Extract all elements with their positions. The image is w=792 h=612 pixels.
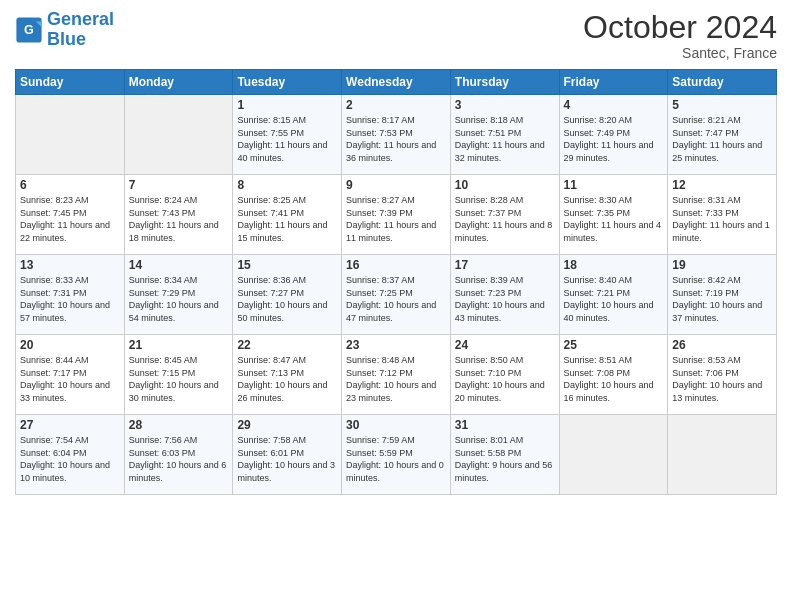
cell-detail-0-4: Sunrise: 8:18 AMSunset: 7:51 PMDaylight:…	[455, 114, 555, 164]
cell-3-0: 20Sunrise: 8:44 AMSunset: 7:17 PMDayligh…	[16, 335, 125, 415]
day-num-4-3: 30	[346, 418, 446, 432]
cell-detail-4-2: Sunrise: 7:58 AMSunset: 6:01 PMDaylight:…	[237, 434, 337, 484]
cell-0-2: 1Sunrise: 8:15 AMSunset: 7:55 PMDaylight…	[233, 95, 342, 175]
cell-3-2: 22Sunrise: 8:47 AMSunset: 7:13 PMDayligh…	[233, 335, 342, 415]
logo-line1: General	[47, 9, 114, 29]
cell-detail-2-2: Sunrise: 8:36 AMSunset: 7:27 PMDaylight:…	[237, 274, 337, 324]
cell-detail-4-0: Sunrise: 7:54 AMSunset: 6:04 PMDaylight:…	[20, 434, 120, 484]
cell-detail-2-0: Sunrise: 8:33 AMSunset: 7:31 PMDaylight:…	[20, 274, 120, 324]
cell-2-4: 17Sunrise: 8:39 AMSunset: 7:23 PMDayligh…	[450, 255, 559, 335]
week-row-0: 1Sunrise: 8:15 AMSunset: 7:55 PMDaylight…	[16, 95, 777, 175]
cell-3-3: 23Sunrise: 8:48 AMSunset: 7:12 PMDayligh…	[342, 335, 451, 415]
day-num-1-3: 9	[346, 178, 446, 192]
cell-detail-1-4: Sunrise: 8:28 AMSunset: 7:37 PMDaylight:…	[455, 194, 555, 244]
col-thursday: Thursday	[450, 70, 559, 95]
day-num-3-0: 20	[20, 338, 120, 352]
calendar-table: Sunday Monday Tuesday Wednesday Thursday…	[15, 69, 777, 495]
cell-0-4: 3Sunrise: 8:18 AMSunset: 7:51 PMDaylight…	[450, 95, 559, 175]
cell-detail-1-6: Sunrise: 8:31 AMSunset: 7:33 PMDaylight:…	[672, 194, 772, 244]
cell-4-1: 28Sunrise: 7:56 AMSunset: 6:03 PMDayligh…	[124, 415, 233, 495]
cell-detail-1-0: Sunrise: 8:23 AMSunset: 7:45 PMDaylight:…	[20, 194, 120, 244]
week-row-2: 13Sunrise: 8:33 AMSunset: 7:31 PMDayligh…	[16, 255, 777, 335]
cell-detail-0-3: Sunrise: 8:17 AMSunset: 7:53 PMDaylight:…	[346, 114, 446, 164]
col-saturday: Saturday	[668, 70, 777, 95]
day-num-4-0: 27	[20, 418, 120, 432]
cell-1-4: 10Sunrise: 8:28 AMSunset: 7:37 PMDayligh…	[450, 175, 559, 255]
cell-0-6: 5Sunrise: 8:21 AMSunset: 7:47 PMDaylight…	[668, 95, 777, 175]
day-num-1-5: 11	[564, 178, 664, 192]
day-num-1-4: 10	[455, 178, 555, 192]
cell-3-5: 25Sunrise: 8:51 AMSunset: 7:08 PMDayligh…	[559, 335, 668, 415]
logo-line2: Blue	[47, 29, 86, 49]
cell-3-1: 21Sunrise: 8:45 AMSunset: 7:15 PMDayligh…	[124, 335, 233, 415]
logo-text: General Blue	[47, 10, 114, 50]
cell-2-1: 14Sunrise: 8:34 AMSunset: 7:29 PMDayligh…	[124, 255, 233, 335]
cell-detail-0-2: Sunrise: 8:15 AMSunset: 7:55 PMDaylight:…	[237, 114, 337, 164]
cell-detail-2-1: Sunrise: 8:34 AMSunset: 7:29 PMDaylight:…	[129, 274, 229, 324]
day-num-2-2: 15	[237, 258, 337, 272]
page: G General Blue October 2024 Santec, Fran…	[0, 0, 792, 612]
day-num-0-5: 4	[564, 98, 664, 112]
cell-1-6: 12Sunrise: 8:31 AMSunset: 7:33 PMDayligh…	[668, 175, 777, 255]
cell-3-6: 26Sunrise: 8:53 AMSunset: 7:06 PMDayligh…	[668, 335, 777, 415]
week-row-3: 20Sunrise: 8:44 AMSunset: 7:17 PMDayligh…	[16, 335, 777, 415]
day-num-0-3: 2	[346, 98, 446, 112]
cell-detail-3-2: Sunrise: 8:47 AMSunset: 7:13 PMDaylight:…	[237, 354, 337, 404]
day-num-3-3: 23	[346, 338, 446, 352]
header: G General Blue October 2024 Santec, Fran…	[15, 10, 777, 61]
cell-0-0	[16, 95, 125, 175]
subtitle: Santec, France	[583, 45, 777, 61]
day-num-2-5: 18	[564, 258, 664, 272]
cell-detail-3-6: Sunrise: 8:53 AMSunset: 7:06 PMDaylight:…	[672, 354, 772, 404]
cell-4-0: 27Sunrise: 7:54 AMSunset: 6:04 PMDayligh…	[16, 415, 125, 495]
cell-1-3: 9Sunrise: 8:27 AMSunset: 7:39 PMDaylight…	[342, 175, 451, 255]
col-friday: Friday	[559, 70, 668, 95]
cell-detail-0-6: Sunrise: 8:21 AMSunset: 7:47 PMDaylight:…	[672, 114, 772, 164]
day-num-4-1: 28	[129, 418, 229, 432]
col-tuesday: Tuesday	[233, 70, 342, 95]
cell-detail-0-5: Sunrise: 8:20 AMSunset: 7:49 PMDaylight:…	[564, 114, 664, 164]
cell-2-0: 13Sunrise: 8:33 AMSunset: 7:31 PMDayligh…	[16, 255, 125, 335]
cell-2-6: 19Sunrise: 8:42 AMSunset: 7:19 PMDayligh…	[668, 255, 777, 335]
cell-detail-2-4: Sunrise: 8:39 AMSunset: 7:23 PMDaylight:…	[455, 274, 555, 324]
cell-2-3: 16Sunrise: 8:37 AMSunset: 7:25 PMDayligh…	[342, 255, 451, 335]
cell-1-2: 8Sunrise: 8:25 AMSunset: 7:41 PMDaylight…	[233, 175, 342, 255]
cell-1-5: 11Sunrise: 8:30 AMSunset: 7:35 PMDayligh…	[559, 175, 668, 255]
cell-detail-3-3: Sunrise: 8:48 AMSunset: 7:12 PMDaylight:…	[346, 354, 446, 404]
day-num-3-6: 26	[672, 338, 772, 352]
cell-4-2: 29Sunrise: 7:58 AMSunset: 6:01 PMDayligh…	[233, 415, 342, 495]
cell-1-0: 6Sunrise: 8:23 AMSunset: 7:45 PMDaylight…	[16, 175, 125, 255]
cell-0-3: 2Sunrise: 8:17 AMSunset: 7:53 PMDaylight…	[342, 95, 451, 175]
cell-detail-1-2: Sunrise: 8:25 AMSunset: 7:41 PMDaylight:…	[237, 194, 337, 244]
cell-4-3: 30Sunrise: 7:59 AMSunset: 5:59 PMDayligh…	[342, 415, 451, 495]
logo: G General Blue	[15, 10, 114, 50]
cell-1-1: 7Sunrise: 8:24 AMSunset: 7:43 PMDaylight…	[124, 175, 233, 255]
cell-detail-4-1: Sunrise: 7:56 AMSunset: 6:03 PMDaylight:…	[129, 434, 229, 484]
day-num-3-4: 24	[455, 338, 555, 352]
day-num-0-4: 3	[455, 98, 555, 112]
cell-detail-3-4: Sunrise: 8:50 AMSunset: 7:10 PMDaylight:…	[455, 354, 555, 404]
cell-detail-1-3: Sunrise: 8:27 AMSunset: 7:39 PMDaylight:…	[346, 194, 446, 244]
cell-2-5: 18Sunrise: 8:40 AMSunset: 7:21 PMDayligh…	[559, 255, 668, 335]
day-num-1-1: 7	[129, 178, 229, 192]
svg-text:G: G	[24, 23, 34, 37]
day-num-2-4: 17	[455, 258, 555, 272]
cell-detail-3-5: Sunrise: 8:51 AMSunset: 7:08 PMDaylight:…	[564, 354, 664, 404]
col-monday: Monday	[124, 70, 233, 95]
cell-detail-1-1: Sunrise: 8:24 AMSunset: 7:43 PMDaylight:…	[129, 194, 229, 244]
col-wednesday: Wednesday	[342, 70, 451, 95]
day-num-3-1: 21	[129, 338, 229, 352]
cell-2-2: 15Sunrise: 8:36 AMSunset: 7:27 PMDayligh…	[233, 255, 342, 335]
cell-detail-2-3: Sunrise: 8:37 AMSunset: 7:25 PMDaylight:…	[346, 274, 446, 324]
week-row-4: 27Sunrise: 7:54 AMSunset: 6:04 PMDayligh…	[16, 415, 777, 495]
cell-detail-4-4: Sunrise: 8:01 AMSunset: 5:58 PMDaylight:…	[455, 434, 555, 484]
cell-detail-1-5: Sunrise: 8:30 AMSunset: 7:35 PMDaylight:…	[564, 194, 664, 244]
col-sunday: Sunday	[16, 70, 125, 95]
day-num-0-2: 1	[237, 98, 337, 112]
week-row-1: 6Sunrise: 8:23 AMSunset: 7:45 PMDaylight…	[16, 175, 777, 255]
cell-detail-3-0: Sunrise: 8:44 AMSunset: 7:17 PMDaylight:…	[20, 354, 120, 404]
day-num-4-4: 31	[455, 418, 555, 432]
cell-detail-2-6: Sunrise: 8:42 AMSunset: 7:19 PMDaylight:…	[672, 274, 772, 324]
title-block: October 2024 Santec, France	[583, 10, 777, 61]
cell-detail-4-3: Sunrise: 7:59 AMSunset: 5:59 PMDaylight:…	[346, 434, 446, 484]
